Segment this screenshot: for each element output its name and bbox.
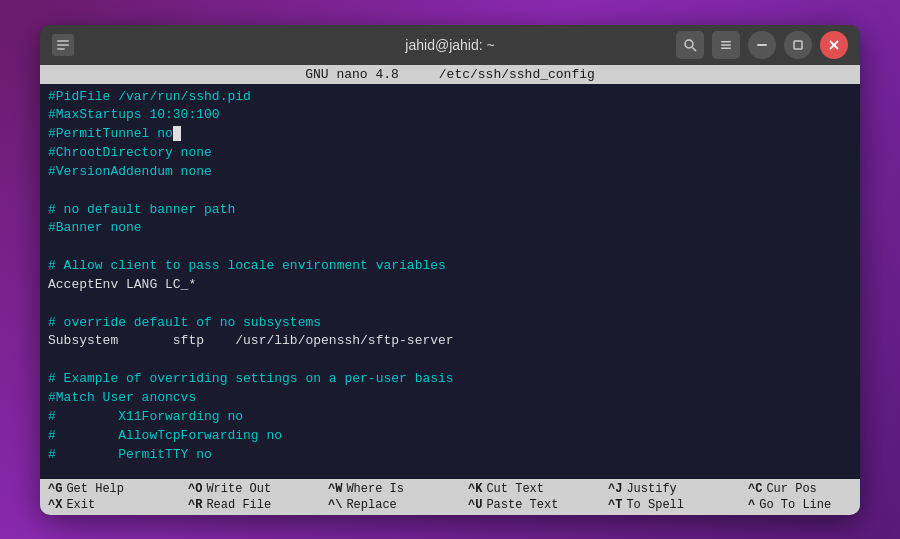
editor-line: # Example of overriding settings on a pe… [48, 370, 852, 389]
editor-line: # Allow client to pass locale environmen… [48, 257, 852, 276]
cmd-key: ^W [328, 482, 342, 496]
editor-line [48, 182, 852, 201]
editor-line: #Match User anoncvs [48, 389, 852, 408]
cmd-key: ^C [748, 482, 762, 496]
editor-line: # override default of no subsystems [48, 314, 852, 333]
nano-version: GNU nano 4.8 [305, 67, 399, 82]
editor-line: # PermitTTY no [48, 446, 852, 465]
cmd-label: Read File [206, 498, 271, 512]
svg-point-3 [685, 40, 693, 48]
editor-line: #MaxStartups 10:30:100 [48, 106, 852, 125]
cmd-key: ^K [468, 482, 482, 496]
cmd-key: ^J [608, 482, 622, 496]
cmd-go-to-line[interactable]: ^ Go To Line [744, 498, 860, 512]
svg-rect-1 [57, 44, 69, 46]
cmd-where-is[interactable]: ^W Where Is [324, 482, 464, 496]
editor-line: # X11Forwarding no [48, 408, 852, 427]
svg-rect-6 [721, 44, 731, 46]
cmd-replace[interactable]: ^\ Replace [324, 498, 464, 512]
terminal-window: jahid@jahid: ~ [40, 25, 860, 515]
editor-line: #VersionAddendum none [48, 163, 852, 182]
cmd-exit[interactable]: ^X Exit [44, 498, 184, 512]
svg-rect-7 [721, 47, 731, 49]
editor-line: #PidFile /var/run/sshd.pid [48, 88, 852, 107]
cmd-label: Justify [626, 482, 676, 496]
cmd-key: ^U [468, 498, 482, 512]
cmd-label: Cut Text [486, 482, 544, 496]
cmd-key: ^ [748, 498, 755, 512]
cmd-key: ^X [48, 498, 62, 512]
nano-header: GNU nano 4.8 /etc/ssh/sshd_config [40, 65, 860, 84]
editor-line [48, 295, 852, 314]
editor-line: AcceptEnv LANG LC_* [48, 276, 852, 295]
svg-rect-9 [794, 41, 802, 49]
editor-line [48, 238, 852, 257]
editor-line: # AllowTcpForwarding no [48, 427, 852, 446]
terminal-area: GNU nano 4.8 /etc/ssh/sshd_config #PidFi… [40, 65, 860, 515]
cmd-label: Paste Text [486, 498, 558, 512]
cmd-key: ^R [188, 498, 202, 512]
svg-rect-2 [57, 48, 65, 50]
cmd-read-file[interactable]: ^R Read File [184, 498, 324, 512]
editor-line: Subsystem sftp /usr/lib/openssh/sftp-ser… [48, 332, 852, 351]
cmd-get-help[interactable]: ^G Get Help [44, 482, 184, 496]
svg-rect-5 [721, 41, 731, 43]
menu-button[interactable] [712, 31, 740, 59]
cmd-label: Go To Line [759, 498, 831, 512]
footer-row-2: ^X Exit ^R Read File ^\ Replace ^U Paste… [40, 497, 860, 513]
cmd-label: Replace [346, 498, 396, 512]
cmd-key: ^T [608, 498, 622, 512]
cmd-key: ^\ [328, 498, 342, 512]
svg-rect-0 [57, 40, 69, 42]
editor-line [48, 351, 852, 370]
cmd-label: Cur Pos [766, 482, 816, 496]
cmd-write-out[interactable]: ^O Write Out [184, 482, 324, 496]
nano-footer: ^G Get Help ^O Write Out ^W Where Is ^K … [40, 479, 860, 515]
titlebar: jahid@jahid: ~ [40, 25, 860, 65]
editor-line: # no default banner path [48, 201, 852, 220]
app-icon [52, 34, 74, 56]
footer-row-1: ^G Get Help ^O Write Out ^W Where Is ^K … [40, 481, 860, 497]
cmd-label: Exit [66, 498, 95, 512]
nano-filename: /etc/ssh/sshd_config [439, 67, 595, 82]
cmd-label: Write Out [206, 482, 271, 496]
close-button[interactable] [820, 31, 848, 59]
cmd-to-spell[interactable]: ^T To Spell [604, 498, 744, 512]
window-title: jahid@jahid: ~ [405, 37, 494, 53]
cmd-label: To Spell [626, 498, 684, 512]
editor-line: #Banner none [48, 219, 852, 238]
titlebar-left [52, 34, 74, 56]
cmd-cut-text[interactable]: ^K Cut Text [464, 482, 604, 496]
svg-rect-8 [757, 44, 767, 46]
editor-content[interactable]: #PidFile /var/run/sshd.pid #MaxStartups … [40, 84, 860, 479]
cmd-paste-text[interactable]: ^U Paste Text [464, 498, 604, 512]
editor-line: #PermitTunnel no [48, 125, 852, 144]
window-controls [676, 31, 848, 59]
minimize-button[interactable] [748, 31, 776, 59]
cmd-key: ^G [48, 482, 62, 496]
svg-line-4 [693, 47, 697, 51]
editor-line: #ChrootDirectory none [48, 144, 852, 163]
cmd-label: Get Help [66, 482, 124, 496]
maximize-button[interactable] [784, 31, 812, 59]
cmd-label: Where Is [346, 482, 404, 496]
cmd-cur-pos[interactable]: ^C Cur Pos [744, 482, 860, 496]
search-button[interactable] [676, 31, 704, 59]
cmd-justify[interactable]: ^J Justify [604, 482, 744, 496]
cmd-key: ^O [188, 482, 202, 496]
